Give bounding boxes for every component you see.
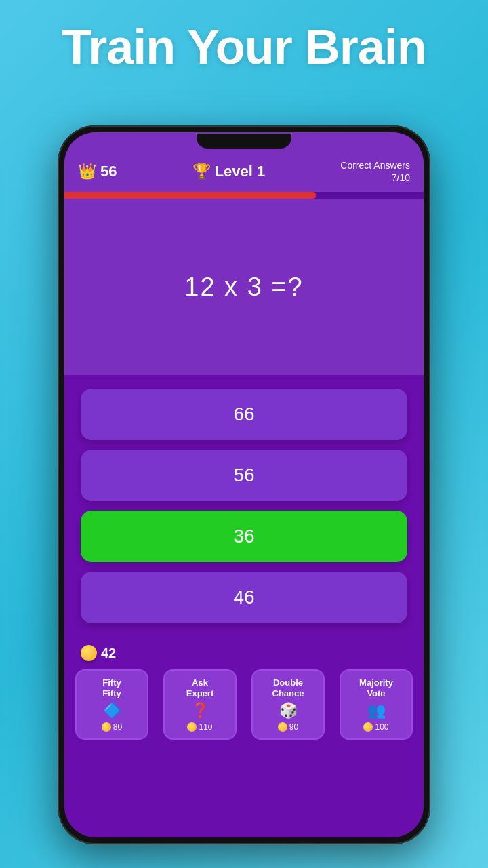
correct-answers-display: Correct Answers 7/10 (340, 159, 410, 184)
progress-bar-container (64, 192, 424, 199)
powerup-double-chance-label: DoubleChance (272, 677, 304, 698)
powerup-ask-expert-label: AskExpert (186, 677, 214, 698)
powerup-double-chance[interactable]: DoubleChance 🎲 90 (251, 669, 325, 739)
correct-answers-label: Correct Answers (340, 160, 410, 171)
powerup-coin-icon-2 (187, 722, 197, 732)
coin-icon (81, 645, 97, 661)
phone-notch (197, 134, 291, 149)
fifty-fifty-cost-value: 80 (113, 722, 122, 732)
powerup-majority-vote-label: MajorityVote (359, 677, 393, 698)
level-display: 🏆 Level 1 (192, 163, 266, 180)
powerups-bar: FiftyFifty 🔷 80 AskExpert ❓ 110 DoubleCh… (64, 667, 424, 753)
ask-expert-icon: ❓ (191, 702, 209, 719)
powerup-coin-icon (102, 722, 111, 732)
question-text: 12 x 3 =? (184, 273, 303, 302)
answer-option-2[interactable]: 56 (81, 450, 407, 501)
score-display: 👑 56 (78, 163, 117, 180)
powerup-majority-vote-cost: 100 (363, 722, 388, 732)
powerup-coin-icon-3 (278, 722, 287, 732)
powerup-majority-vote[interactable]: MajorityVote 👥 100 (340, 669, 413, 739)
powerup-fifty-fifty[interactable]: FiftyFifty 🔷 80 (75, 669, 148, 739)
level-label: Level (215, 163, 253, 180)
powerup-fifty-fifty-label: FiftyFifty (102, 677, 121, 698)
question-area: 12 x 3 =? (64, 199, 424, 375)
coins-amount: 42 (101, 646, 116, 661)
double-chance-icon: 🎲 (279, 702, 298, 719)
crown-icon: 👑 (78, 163, 96, 180)
majority-vote-cost-value: 100 (375, 722, 388, 732)
fifty-fifty-icon: 🔷 (103, 702, 121, 719)
powerup-ask-expert-cost: 110 (187, 722, 212, 732)
page-headline: Train Your Brain (0, 20, 488, 74)
powerup-ask-expert[interactable]: AskExpert ❓ 110 (163, 669, 237, 739)
score-value: 56 (100, 163, 117, 180)
ask-expert-cost-value: 110 (199, 722, 212, 732)
star-icon: 🏆 (192, 163, 211, 180)
answers-area: 66 56 36 46 (64, 375, 424, 637)
answer-option-1[interactable]: 66 (81, 389, 407, 440)
correct-answers-value: 7/10 (392, 172, 410, 183)
powerup-coin-icon-4 (363, 722, 373, 732)
majority-vote-icon: 👥 (367, 702, 386, 719)
phone-shell: 👑 56 🏆 Level 1 Correct Answers 7/10 12 x… (58, 125, 430, 844)
level-number: 1 (257, 163, 265, 180)
coins-row: 42 (64, 637, 424, 667)
powerup-fifty-fifty-cost: 80 (102, 722, 122, 732)
phone-screen: 👑 56 🏆 Level 1 Correct Answers 7/10 12 x… (64, 132, 424, 837)
powerup-double-chance-cost: 90 (278, 722, 298, 732)
double-chance-cost-value: 90 (289, 722, 298, 732)
progress-bar-fill (64, 192, 316, 199)
answer-option-4[interactable]: 46 (81, 572, 407, 623)
answer-option-3[interactable]: 36 (81, 511, 407, 562)
